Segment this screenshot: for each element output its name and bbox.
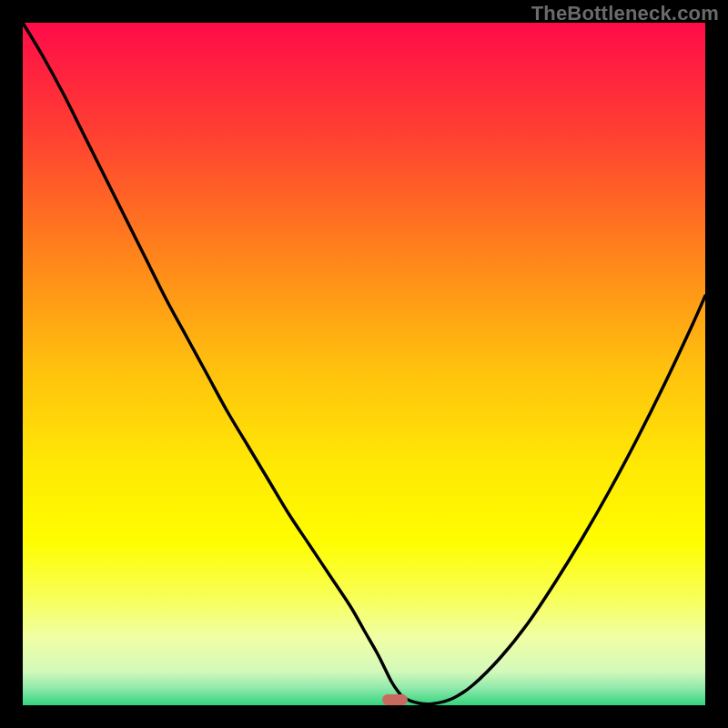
bottleneck-curve (23, 23, 705, 705)
optimal-point-marker (382, 694, 408, 705)
chart-container: TheBottleneck.com (0, 0, 728, 728)
plot-area (23, 23, 705, 705)
watermark-text: TheBottleneck.com (531, 2, 719, 25)
